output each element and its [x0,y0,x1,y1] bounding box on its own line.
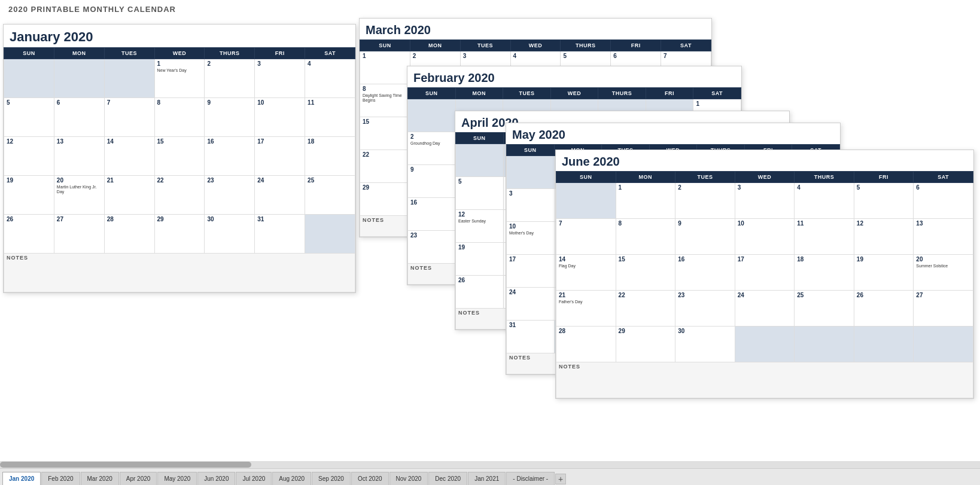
table-cell [408,99,456,132]
table-cell [556,183,616,219]
table-cell: 30 [205,215,255,254]
january-title: January 2020 [4,25,355,47]
table-cell [305,215,355,254]
tab-nov-2020[interactable]: Nov 2020 [389,472,428,485]
table-cell [795,327,854,362]
col-sun: SUN [360,40,410,51]
table-cell: 16 [675,255,735,291]
col-thurs: THURS [205,48,255,59]
tab-bar: Jan 2020 Feb 2020 Mar 2020 Apr 2020 May … [0,468,980,485]
calendar-june: June 2020 SUN MON TUES WED THURS FRI SAT… [555,150,974,399]
table-cell: 7 [104,98,154,137]
tab-jan-2020[interactable]: Jan 2020 [2,472,41,485]
table-cell: 14 [104,137,154,176]
col-sun: SUN [456,133,504,144]
tab-apr-2020[interactable]: Apr 2020 [120,472,157,485]
table-cell: 26 [854,291,914,327]
table-cell: 8Daylight Saving Time Begins [360,84,410,117]
table-cell: 31 [255,215,305,254]
table-cell: 5 [854,183,914,219]
col-fri: FRI [854,172,914,183]
col-tues: TUES [104,48,154,59]
col-fri: FRI [646,88,693,99]
table-cell: 17 [255,137,305,176]
tab-dec-2020[interactable]: Dec 2020 [428,472,467,485]
table-cell: 23 [205,176,255,215]
table-cell [54,59,104,98]
table-cell: 22 [360,150,410,183]
tab-add-button[interactable]: + [555,474,566,484]
table-cell: 1 [616,183,675,219]
tab-sep-2020[interactable]: Sep 2020 [312,472,351,485]
col-wed: WED [550,88,598,99]
tab-disclaimer[interactable]: - Disclaimer - [506,472,555,485]
col-sat: SAT [693,88,741,99]
table-row: 5 6 7 8 9 10 11 [4,98,355,137]
table-cell: 8 [616,219,675,255]
table-cell: 24 [507,288,555,321]
table-cell: 12 [854,219,914,255]
table-cell: 15 [616,255,675,291]
table-cell: 12Easter Sunday [456,210,504,243]
table-cell: 24 [255,176,305,215]
scrollbar-area[interactable] [0,461,980,468]
table-cell: 9 [675,219,735,255]
table-cell: 30 [675,327,735,362]
col-fri: FRI [611,40,661,51]
table-cell [4,59,54,98]
table-cell [456,144,504,177]
tab-jun-2020[interactable]: Jun 2020 [197,472,235,485]
col-sat: SAT [305,48,355,59]
calendar-january: January 2020 SUN MON TUES WED THURS FRI … [3,24,356,293]
col-mon: MON [616,172,675,183]
tab-may-2020[interactable]: May 2020 [157,472,197,485]
table-cell: 27 [54,215,104,254]
table-row: 12 13 14 15 16 17 18 [4,137,355,176]
table-cell: 13 [54,137,104,176]
col-sun: SUN [556,172,616,183]
table-cell: 19 [854,255,914,291]
table-cell: 10 [735,219,795,255]
tab-aug-2020[interactable]: Aug 2020 [272,472,311,485]
table-cell: 3 [507,189,555,222]
col-thurs: THURS [795,172,854,183]
col-thurs: THURS [598,88,646,99]
notes-label: NOTES [556,362,973,398]
table-cell: 1 [360,51,410,84]
table-cell: 18 [305,137,355,176]
tab-feb-2020[interactable]: Feb 2020 [41,472,80,485]
scrollbar-thumb[interactable] [0,462,251,468]
table-cell: 26 [4,215,54,254]
table-cell: 25 [795,291,854,327]
col-wed: WED [154,48,205,59]
col-sun: SUN [4,48,54,59]
table-cell [914,327,973,362]
col-fri: FRI [255,48,305,59]
table-cell: 28 [556,327,616,362]
tab-jul-2020[interactable]: Jul 2020 [236,472,272,485]
table-cell: 21 [104,176,154,215]
table-cell: 20Martin Luther King Jr. Day [54,176,104,215]
june-title: June 2020 [556,150,973,171]
table-row: 21Father's Day 22 23 24 25 26 27 [556,291,973,327]
table-cell: 22 [154,176,205,215]
table-cell: 29 [154,215,205,254]
table-cell: 4 [795,183,854,219]
table-cell: 28 [104,215,154,254]
table-cell: 15 [360,117,410,150]
tab-mar-2020[interactable]: Mar 2020 [81,472,119,485]
table-cell: 31 [507,321,555,353]
tab-jan-2021[interactable]: Jan 2021 [468,472,506,485]
tab-oct-2020[interactable]: Oct 2020 [351,472,389,485]
table-cell: 20Summer Solstice [914,255,973,291]
col-mon: MON [54,48,104,59]
table-cell: 21Father's Day [556,291,616,327]
col-sun: SUN [408,88,456,99]
table-row: 26 27 28 29 30 31 [4,215,355,254]
table-cell: 6 [54,98,104,137]
table-cell: 12 [4,137,54,176]
col-sun: SUN [507,145,555,156]
table-row: 28 29 30 [556,327,973,362]
table-cell: 16 [408,198,456,231]
table-cell [854,327,914,362]
